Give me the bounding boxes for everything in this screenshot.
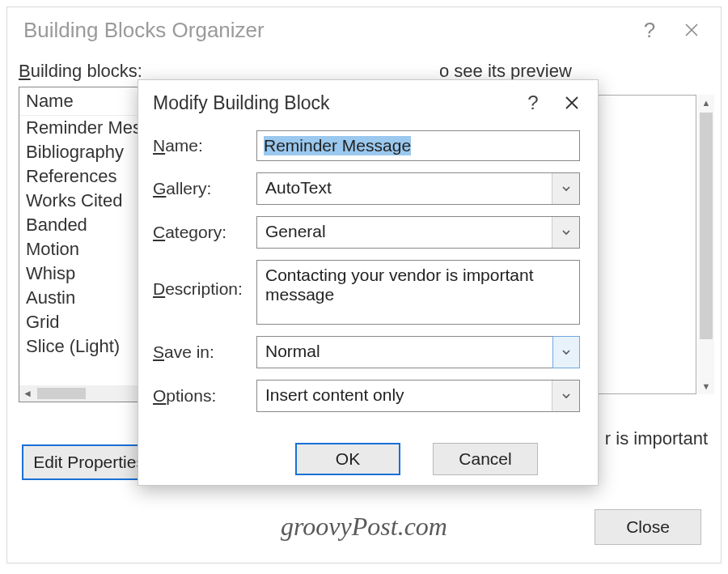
chevron-down-icon[interactable] <box>552 336 580 368</box>
list-item[interactable]: Whisp <box>19 261 147 286</box>
save-in-combo[interactable]: Normal <box>256 336 580 368</box>
scrollbar-thumb[interactable] <box>37 388 86 399</box>
gallery-value: AutoText <box>257 173 552 204</box>
list-item[interactable]: Motion <box>19 237 147 261</box>
name-label: Name: <box>153 136 256 155</box>
list-item[interactable]: Grid <box>19 310 147 334</box>
chevron-down-icon[interactable] <box>552 173 579 204</box>
options-label: Options: <box>153 386 256 406</box>
organizer-titlebar: Building Blocks Organizer ? <box>7 7 721 53</box>
list-column-header[interactable]: Name <box>19 87 147 116</box>
list-item[interactable]: Banded <box>19 213 147 237</box>
help-button[interactable]: ? <box>514 80 552 125</box>
category-value: General <box>257 217 552 248</box>
list-item[interactable]: Bibliography <box>19 140 147 164</box>
organizer-title: Building Blocks Organizer <box>23 18 265 43</box>
options-value: Insert content only <box>257 381 552 411</box>
modify-building-block-dialog: Modify Building Block ? Name: Reminder M… <box>138 79 599 486</box>
modal-titlebar: Modify Building Block ? <box>138 80 598 125</box>
scrollbar-thumb[interactable] <box>700 113 713 339</box>
scroll-up-icon[interactable]: ▲ <box>698 95 714 111</box>
list-item[interactable]: References <box>19 164 147 189</box>
ok-button[interactable]: OK <box>295 443 400 475</box>
list-item[interactable]: Austin <box>19 286 147 310</box>
preview-caption: r is important <box>605 428 708 449</box>
chevron-down-icon[interactable] <box>552 217 579 248</box>
watermark: groovyPost.com <box>281 512 447 542</box>
building-blocks-list[interactable]: Name Reminder Mes Bibliography Reference… <box>19 87 148 402</box>
modal-title: Modify Building Block <box>153 92 330 114</box>
list-item[interactable]: Works Cited <box>19 189 147 213</box>
list-item[interactable]: Slice (Light) <box>19 334 147 359</box>
scroll-down-icon[interactable]: ▼ <box>698 378 714 394</box>
name-value: Reminder Message <box>264 136 411 155</box>
description-label: Description: <box>153 260 256 299</box>
scroll-left-icon[interactable]: ◄ <box>19 385 36 402</box>
description-field[interactable]: Contacting your vendor is important mess… <box>256 260 580 325</box>
vertical-scrollbar[interactable]: ▲ ▼ <box>698 95 714 394</box>
chevron-down-icon[interactable] <box>552 381 579 411</box>
close-button[interactable]: Close <box>595 509 701 545</box>
category-combo[interactable]: General <box>256 216 580 249</box>
options-combo[interactable]: Insert content only <box>256 380 580 412</box>
list-item[interactable]: Reminder Mes <box>19 116 147 140</box>
save-in-label: Save in: <box>153 342 256 362</box>
name-field[interactable]: Reminder Message <box>256 130 580 161</box>
close-icon[interactable] <box>552 80 591 125</box>
gallery-label: Gallery: <box>153 179 256 198</box>
building-blocks-label: Building blocks: <box>19 61 148 82</box>
close-icon[interactable] <box>671 7 713 53</box>
horizontal-scrollbar[interactable]: ◄ <box>19 385 147 402</box>
cancel-button[interactable]: Cancel <box>433 443 538 475</box>
gallery-combo[interactable]: AutoText <box>256 172 580 205</box>
save-in-value: Normal <box>257 337 552 368</box>
help-button[interactable]: ? <box>629 7 671 53</box>
category-label: Category: <box>153 223 256 242</box>
